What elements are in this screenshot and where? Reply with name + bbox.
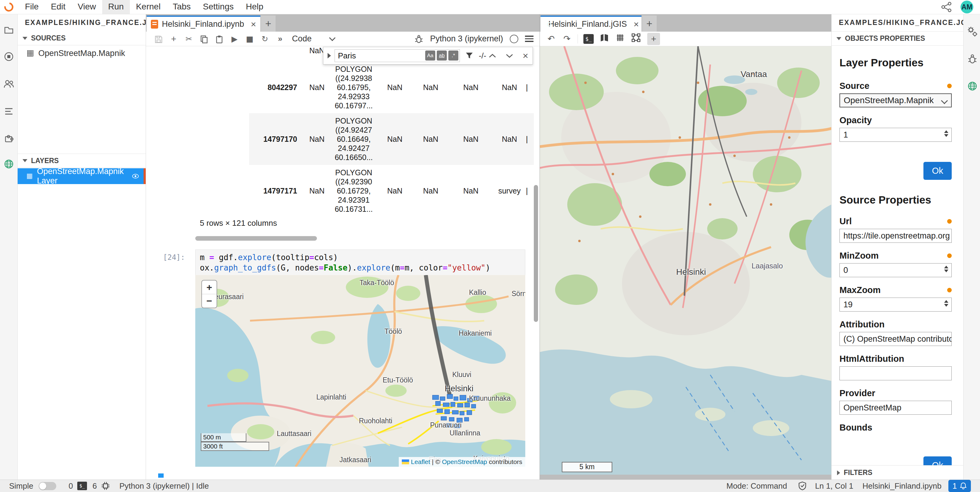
htmlattribution-field-label: HtmlAttribution [840,354,904,364]
filter-icon[interactable] [465,52,473,60]
insert-cell-button[interactable]: + [166,34,181,44]
cell-collapse-indicator[interactable] [158,473,164,478]
chevron-down-icon [22,37,27,40]
stop-kernel-button[interactable]: ■ [242,34,257,43]
map-place-label: Lapinlahti [316,393,346,401]
horizontal-scrollbar[interactable] [195,236,317,241]
tab-close-icon[interactable]: × [633,19,639,30]
code-line: m = gdf.explore(tooltip=cols) [200,252,521,263]
opacity-input[interactable]: 1 [840,128,952,142]
source-select[interactable]: OpenStreetMap.Mapnik [840,93,952,107]
redo-button[interactable]: ↷ [560,34,574,44]
table-cell: POLYGON ((24.92390 60.16729, 24.92391 60… [331,165,377,217]
openstreetmap-link[interactable]: OpenStreetMap [442,458,487,465]
leaflet-map-output[interactable]: SeurasaariTaka-TöölöKallioSörnTöölöHakan… [195,275,525,467]
copy-cells-button[interactable] [196,34,212,43]
sources-section-header[interactable]: SOURCES [18,31,146,45]
kernel-status[interactable]: Python 3 (ipykernel) | Idle [119,481,208,491]
editor-mode[interactable]: Mode: Command [726,481,787,491]
menu-tabs[interactable]: Tabs [167,0,197,14]
share-icon[interactable] [940,2,953,13]
running-kernels-icon[interactable] [3,51,14,62]
user-avatar[interactable]: AM [961,1,973,13]
search-input[interactable]: Paris Aa ab .* [334,49,460,62]
minzoom-input[interactable]: 0 [840,263,952,277]
maxzoom-input[interactable]: 19 [840,298,952,312]
simple-mode-toggle[interactable] [39,482,56,490]
url-field: Url https://tile.openstreetmap.org [840,217,952,243]
number-spinner[interactable] [944,300,948,307]
source-ok-button[interactable]: Ok [923,456,952,465]
property-inspector-gears-icon[interactable] [966,25,978,38]
paste-cells-button[interactable] [212,34,227,43]
objects-properties-header[interactable]: OBJECTS PROPERTIES [832,32,963,46]
code-cell[interactable]: m = gdf.explore(tooltip=cols)ox.graph_to… [195,250,525,275]
leaflet-link[interactable]: Leaflet [411,458,430,465]
vertical-scrollbar[interactable] [534,185,538,322]
match-case-toggle[interactable]: Aa [425,51,435,61]
menu-run[interactable]: Run [102,0,130,14]
attribution-input[interactable]: (C) OpenStreetMap contributors [840,332,952,346]
visibility-eye-icon[interactable] [132,173,139,180]
menu-settings[interactable]: Settings [197,0,240,14]
previous-match-icon[interactable] [488,53,496,58]
tab-close-icon[interactable]: × [251,19,256,30]
kernel-name[interactable]: Python 3 (ipykernel) [430,34,503,43]
extension-manager-icon[interactable] [3,133,14,144]
debugger-bug-icon[interactable] [967,54,978,65]
add-layer-button[interactable]: + [647,33,660,45]
tab-helsinki-finland-jgis[interactable]: Helsinki_Finland.jGIS × [541,16,641,32]
search-expand-icon[interactable] [328,53,331,59]
menu-help[interactable]: Help [240,0,269,14]
url-input[interactable]: https://tile.openstreetmap.org [840,229,952,243]
notebook-content[interactable]: Paris Aa ab .* -/- × [146,46,539,480]
menu-edit[interactable]: Edit [45,0,72,14]
layer-item-openstreetmap[interactable]: OpenStreetMap.Mapnik Layer [18,168,146,184]
htmlattribution-input[interactable] [840,366,952,381]
whole-word-toggle[interactable]: ab [437,51,447,61]
active-file-name[interactable]: Helsinki_Finland.ipynb [862,481,941,491]
collaborators-icon[interactable] [3,78,14,89]
trust-shield-icon[interactable] [798,481,807,490]
new-tab-button[interactable]: + [261,16,275,32]
regex-toggle[interactable]: .* [448,51,458,61]
notification-badge[interactable]: 1 [948,480,971,492]
table-of-contents-icon[interactable] [3,106,14,117]
menu-view[interactable]: View [72,0,102,14]
tab-helsinki-finland-ipynb[interactable]: Helsinki_Finland.ipynb × [146,16,260,32]
zoom-in-button[interactable]: + [202,280,216,294]
restart-kernel-button[interactable]: ↻ [257,34,272,43]
toolbar-menu-icon[interactable] [525,34,533,43]
number-spinner[interactable] [944,130,948,137]
jgis-globe-icon[interactable] [3,158,14,170]
provider-input[interactable]: OpenStreetMap [840,401,952,415]
number-spinner[interactable] [944,266,948,272]
cursor-position[interactable]: Ln 1, Col 1 [815,481,853,491]
menu-kernel[interactable]: Kernel [130,0,167,14]
run-cell-button[interactable]: ▶ [227,34,242,43]
next-match-icon[interactable] [506,53,514,58]
file-browser-icon[interactable] [3,24,14,35]
jgis-map-canvas[interactable]: VantaaHelsinkiLaajasalo 5 km [540,46,831,474]
console-button[interactable]: $_ [583,34,594,44]
layer-ok-button[interactable]: Ok [923,162,952,180]
raster-layer-button[interactable] [613,33,627,44]
menu-file[interactable]: File [19,0,45,14]
run-all-button[interactable]: » [272,34,288,43]
search-close-icon[interactable]: × [523,50,528,62]
layers-section-header[interactable]: LAYERS [18,154,146,168]
cell-type-dropdown[interactable]: Code [292,34,334,43]
save-button[interactable] [151,34,166,43]
basemap-button[interactable] [597,33,611,44]
new-tab-button[interactable]: + [642,16,657,32]
cut-cells-button[interactable]: ✂ [181,34,196,43]
vector-layer-button[interactable] [629,33,643,44]
kernel-chip-icon[interactable] [101,481,110,490]
terminal-icon[interactable]: $_ [77,482,87,490]
debugger-bug-icon[interactable] [414,34,423,43]
filters-section-header[interactable]: FILTERS [832,465,963,480]
jgis-globe-icon[interactable] [967,80,978,92]
source-item-openstreetmap[interactable]: OpenStreetMap.Mapnik [18,45,146,61]
undo-button[interactable]: ↶ [544,34,558,44]
zoom-out-button[interactable]: − [202,294,216,307]
